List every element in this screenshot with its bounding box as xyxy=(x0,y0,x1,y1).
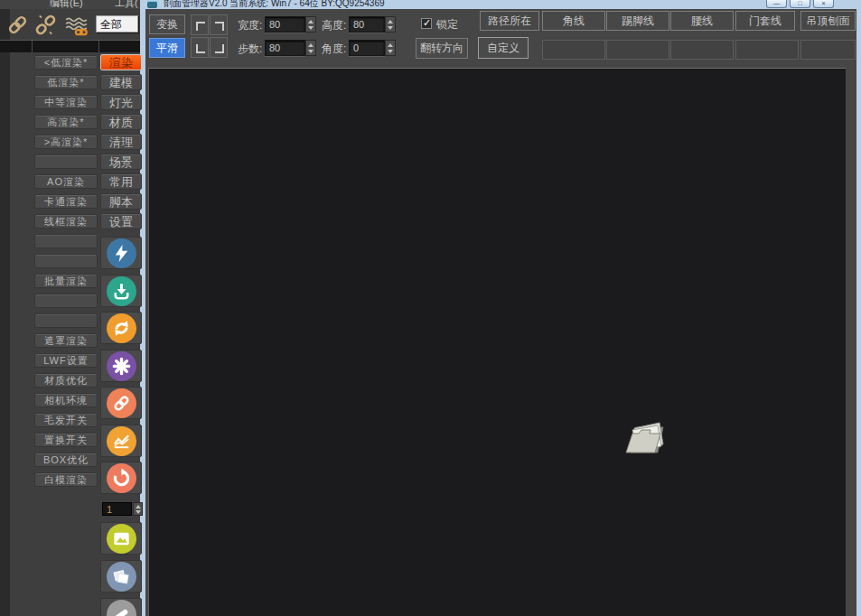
sidebar-icon-button-0[interactable] xyxy=(100,237,142,269)
corner-bottom-left-button[interactable] xyxy=(191,37,209,58)
sidebar-button-11[interactable]: 批量渲染 xyxy=(34,274,98,288)
sidebar-button-19[interactable]: 置换开关 xyxy=(34,433,98,447)
empty-slot-button-2[interactable] xyxy=(670,40,734,60)
sidebar-button-empty-9[interactable] xyxy=(34,234,98,248)
window-border-right xyxy=(856,0,861,616)
chain-broken-icon[interactable] xyxy=(33,13,58,37)
steps-stepper[interactable] xyxy=(305,40,316,56)
sidebar-icon-button-2[interactable] xyxy=(100,312,142,344)
sidebar-button-18[interactable]: 毛发开关 xyxy=(34,413,98,427)
menu-tools[interactable]: 工具(T xyxy=(115,0,140,9)
sync-arrows-icon xyxy=(107,313,136,343)
sidebar-bottom-icon-button-2[interactable] xyxy=(100,598,142,616)
transform-button[interactable]: 变换 xyxy=(149,14,185,34)
height-stepper[interactable] xyxy=(385,16,396,33)
tab-清理[interactable]: 清理 xyxy=(100,134,142,150)
window-titlebar[interactable]: 剖面管理器V2.0 当前系统: Win7 - 64位 BY:QQ9254369 xyxy=(140,0,861,9)
sidebar-count-field[interactable]: 1 xyxy=(102,502,132,516)
tab-脚本[interactable]: 脚本 xyxy=(100,193,142,210)
corner-top-left-icon xyxy=(196,22,205,31)
sidebar-button-7[interactable]: 卡通渲染 xyxy=(34,194,98,209)
corner-bottom-left-icon xyxy=(196,44,205,53)
width-label: 宽度: xyxy=(238,18,262,33)
flip-direction-button[interactable]: 翻转方向 xyxy=(416,38,468,59)
sidebar-button-3[interactable]: 高渲染* xyxy=(34,115,98,129)
steps-label: 步数: xyxy=(238,42,262,57)
tab-常用[interactable]: 常用 xyxy=(100,173,142,190)
sidebar-button-8[interactable]: 线框渲染 xyxy=(34,214,98,229)
sidebar-button-14[interactable]: 遮罩渲染 xyxy=(34,333,98,348)
sidebar-button-17[interactable]: 相机环境 xyxy=(34,393,98,407)
download-icon xyxy=(107,276,136,306)
sidebar-bottom-icon-button-0[interactable] xyxy=(100,522,142,555)
maximize-button[interactable]: □ xyxy=(790,0,810,8)
tab-设置[interactable]: 设置 xyxy=(100,213,142,229)
sidebar-button-16[interactable]: 材质优化 xyxy=(34,373,98,387)
angle-stepper[interactable] xyxy=(385,40,396,56)
tab-灯光[interactable]: 灯光 xyxy=(100,94,142,110)
sidebar-icon-button-1[interactable] xyxy=(100,275,142,307)
preset-button-1[interactable]: 角线 xyxy=(542,11,605,31)
canvas[interactable] xyxy=(148,68,846,616)
tab-材质[interactable]: 材质 xyxy=(100,114,142,130)
close-button[interactable]: × xyxy=(813,0,834,8)
sidebar-button-20[interactable]: BOX优化 xyxy=(34,453,98,467)
sidebar-bottom-icon-button-1[interactable] xyxy=(100,560,142,593)
sidebar-button-empty-13[interactable] xyxy=(34,313,98,328)
menu-edit[interactable]: 编辑(E) xyxy=(50,0,83,9)
flower-icon xyxy=(107,351,136,381)
host-left-edge xyxy=(0,0,10,616)
sidebar-button-2[interactable]: 中等渲染 xyxy=(34,95,98,109)
custom-button[interactable]: 自定义 xyxy=(478,37,529,59)
preset-button-3[interactable]: 腰线 xyxy=(670,11,734,31)
sidebar-icon-button-5[interactable] xyxy=(100,425,142,457)
screen: 编辑(E) 工具(T 全部 剖面管理器V2.0 当前系统: Win7 - 64位… xyxy=(0,0,861,616)
corner-bottom-right-button[interactable] xyxy=(210,37,228,58)
chain-link-icon[interactable] xyxy=(5,13,30,37)
chain-icon xyxy=(107,388,136,418)
corner-top-left-button[interactable] xyxy=(191,14,209,35)
sidebar-button-4[interactable]: >高渲染* xyxy=(34,135,98,149)
empty-slot-button-4[interactable] xyxy=(800,40,856,60)
filter-dropdown[interactable]: 全部 xyxy=(96,15,138,33)
preset-button-0[interactable]: 路径所在 xyxy=(480,11,539,31)
minimize-button[interactable]: — xyxy=(766,0,787,8)
width-field[interactable]: 80 xyxy=(265,16,305,33)
sidebar-button-6[interactable]: AO渲染 xyxy=(34,174,98,189)
empty-slot-button-0[interactable] xyxy=(542,40,605,60)
sidebar-button-21[interactable]: 白模渲染 xyxy=(34,472,98,487)
width-stepper[interactable] xyxy=(305,16,316,33)
sidebar-button-15[interactable]: LWF设置 xyxy=(34,353,98,368)
sidebar-icon-button-3[interactable] xyxy=(100,350,142,382)
host-divider-bar xyxy=(0,40,141,52)
sidebar-button-empty-10[interactable] xyxy=(34,254,98,268)
sidebar-icon-button-6[interactable] xyxy=(100,462,142,494)
empty-slot-button-3[interactable] xyxy=(735,40,799,60)
tab-渲染[interactable]: 渲染 xyxy=(100,54,142,70)
sidebar-button-empty-5[interactable] xyxy=(34,154,98,169)
preset-button-2[interactable]: 踢脚线 xyxy=(606,11,669,31)
empty-slot-button-1[interactable] xyxy=(606,40,669,60)
sidebar-button-1[interactable]: 低渲染* xyxy=(34,75,98,89)
smooth-button[interactable]: 平滑 xyxy=(149,38,185,58)
sidebar-icon-button-4[interactable] xyxy=(100,387,142,419)
corner-top-right-icon xyxy=(215,22,224,31)
sidebar-count-stepper[interactable] xyxy=(133,502,143,516)
preset-button-4[interactable]: 门套线 xyxy=(735,11,795,31)
tab-场景[interactable]: 场景 xyxy=(100,154,142,170)
sidebar-button-empty-12[interactable] xyxy=(34,294,98,308)
host-menubar: 编辑(E) 工具(T xyxy=(0,0,140,9)
angle-field[interactable]: 0 xyxy=(349,40,385,56)
line-chart-icon xyxy=(107,426,136,456)
refresh-icon xyxy=(107,463,136,493)
folder-icon[interactable] xyxy=(621,416,669,460)
wave-link-icon[interactable] xyxy=(64,13,89,37)
height-field[interactable]: 80 xyxy=(349,16,385,33)
corner-top-right-button[interactable] xyxy=(210,14,228,35)
sidebar-button-0[interactable]: <低渲染* xyxy=(34,55,98,70)
lock-checkbox[interactable] xyxy=(421,18,432,29)
tab-建模[interactable]: 建模 xyxy=(100,74,142,90)
height-label: 高度: xyxy=(322,18,346,33)
preset-button-5[interactable]: 吊顶刨面 xyxy=(800,11,856,31)
steps-field[interactable]: 80 xyxy=(265,40,305,56)
